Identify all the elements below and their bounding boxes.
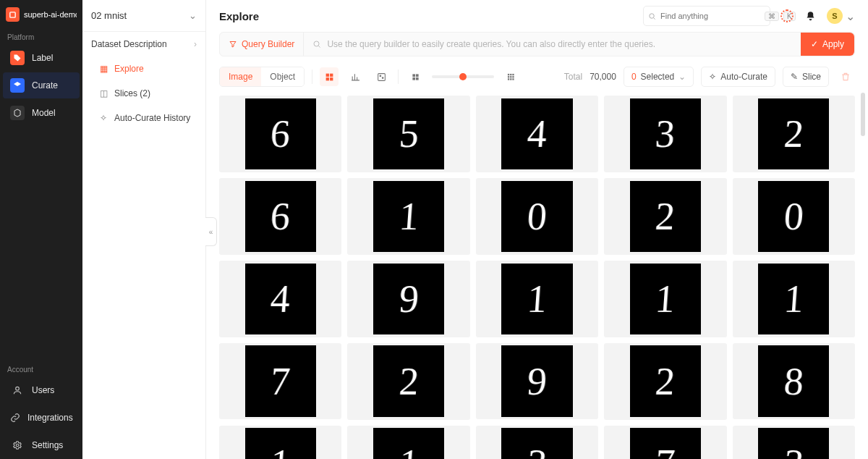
image-thumbnail[interactable]: 9 xyxy=(347,261,469,337)
layers-icon xyxy=(10,78,25,93)
image-thumbnail[interactable]: 4 xyxy=(219,261,341,337)
digit-glyph: 0 xyxy=(526,197,548,236)
svg-rect-20 xyxy=(510,76,511,77)
svg-rect-6 xyxy=(330,73,333,76)
subnav-explore[interactable]: ▦ Explore xyxy=(82,56,205,81)
separator xyxy=(398,70,399,84)
thumb-size-small-icon[interactable] xyxy=(406,67,425,86)
digit-glyph: 9 xyxy=(526,362,548,401)
selected-dropdown[interactable]: 0 Selected ⌄ xyxy=(624,67,694,87)
mnist-digit: 1 xyxy=(373,428,444,459)
image-thumbnail[interactable]: 7 xyxy=(219,343,341,420)
subnav-dataset-description[interactable]: Dataset Description › xyxy=(82,32,205,56)
mnist-digit: 3 xyxy=(501,428,572,459)
image-thumbnail[interactable]: 9 xyxy=(476,343,598,420)
link-icon xyxy=(10,410,20,425)
query-input-area[interactable]: Use the query builder to easily create q… xyxy=(304,39,801,49)
subnav-label: Auto-Curate History xyxy=(114,113,190,123)
svg-rect-18 xyxy=(512,73,514,75)
image-thumbnail[interactable]: 1 xyxy=(219,426,341,460)
image-thumbnail[interactable]: 3 xyxy=(604,96,726,172)
tab-object[interactable]: Object xyxy=(261,67,304,86)
subnav-label: Dataset Description xyxy=(91,39,167,49)
nav-item-curate[interactable]: Curate xyxy=(3,72,80,98)
subnav-label: Slices (2) xyxy=(114,88,150,98)
layout-grid-button[interactable] xyxy=(320,67,339,86)
slider-handle[interactable] xyxy=(459,73,467,80)
thumb-size-large-icon[interactable] xyxy=(501,67,520,86)
image-thumbnail[interactable]: 8 xyxy=(733,343,855,420)
image-thumbnail[interactable]: 2 xyxy=(604,178,726,255)
image-thumbnail[interactable]: 1 xyxy=(347,178,469,255)
query-builder-button[interactable]: Query Builder xyxy=(220,33,304,56)
image-thumbnail[interactable]: 4 xyxy=(476,96,598,172)
image-thumbnail[interactable]: 0 xyxy=(733,178,855,255)
image-thumbnail[interactable]: 2 xyxy=(604,343,726,420)
brand-block[interactable]: superb-ai-demo xyxy=(0,0,82,29)
chevron-down-icon: ⌄ xyxy=(678,72,686,82)
mnist-digit: 2 xyxy=(758,98,829,169)
image-grid-scroll[interactable]: 6543261020491117292811373 xyxy=(206,96,868,459)
sparkle-icon: ✧ xyxy=(709,72,716,82)
image-thumbnail[interactable]: 5 xyxy=(347,96,469,172)
nav-item-model[interactable]: Model xyxy=(3,100,80,126)
apply-button[interactable]: ✓ Apply xyxy=(801,33,854,56)
svg-point-2 xyxy=(16,444,19,447)
tab-image[interactable]: Image xyxy=(220,67,261,86)
nav-item-label-text: Integrations xyxy=(27,413,73,423)
global-search[interactable]: ⌘ K xyxy=(643,6,770,26)
image-thumbnail[interactable]: 3 xyxy=(476,426,598,460)
dataset-selector[interactable]: 02 mnist ⌄ xyxy=(82,0,205,32)
mnist-digit: 7 xyxy=(630,428,701,459)
svg-rect-16 xyxy=(507,73,509,75)
image-thumbnail[interactable]: 1 xyxy=(604,261,726,337)
svg-point-3 xyxy=(650,13,654,17)
slice-button[interactable]: ✎ Slice xyxy=(783,67,829,87)
digit-glyph: 8 xyxy=(783,362,805,401)
nav-item-integrations[interactable]: Integrations xyxy=(3,405,80,431)
image-thumbnail[interactable]: 7 xyxy=(604,426,726,460)
nav-section-account: Account xyxy=(0,361,82,376)
svg-rect-23 xyxy=(510,78,511,80)
digit-glyph: 2 xyxy=(398,362,420,401)
image-thumbnail[interactable]: 6 xyxy=(219,178,341,255)
image-thumbnail[interactable]: 1 xyxy=(347,426,469,460)
layout-chart-button[interactable] xyxy=(346,67,365,86)
subnav-slices[interactable]: ◫ Slices (2) xyxy=(82,81,205,106)
collapse-subnav-button[interactable]: « xyxy=(205,217,217,246)
mnist-digit: 2 xyxy=(630,345,701,416)
brand-text: superb-ai-demo xyxy=(24,10,77,19)
topbar: Explore ⌘ K S ⌄ xyxy=(206,0,868,32)
search-input[interactable] xyxy=(660,12,760,20)
nav-item-settings[interactable]: Settings xyxy=(3,432,80,458)
cube-icon xyxy=(10,106,25,120)
query-hint: Use the query builder to easily create q… xyxy=(327,39,655,49)
nav-item-label[interactable]: Label xyxy=(3,45,80,71)
image-thumbnail[interactable]: 1 xyxy=(733,261,855,337)
thumb-size-slider[interactable] xyxy=(432,75,494,78)
layout-scatter-button[interactable] xyxy=(372,67,391,86)
digit-glyph: 7 xyxy=(655,444,677,459)
delete-button[interactable] xyxy=(836,67,855,86)
auto-curate-button[interactable]: ✧ Auto-Curate xyxy=(701,67,775,87)
digit-glyph: 2 xyxy=(655,197,677,236)
svg-rect-7 xyxy=(326,77,328,80)
mnist-digit: 2 xyxy=(630,181,701,252)
image-thumbnail[interactable]: 6 xyxy=(219,96,341,172)
subnav-auto-curate-history[interactable]: ✧ Auto-Curate History xyxy=(82,106,205,130)
digit-glyph: 1 xyxy=(398,444,420,459)
nav-item-users[interactable]: Users xyxy=(3,377,80,403)
mnist-digit: 3 xyxy=(630,98,701,169)
image-thumbnail[interactable]: 0 xyxy=(476,178,598,255)
image-thumbnail[interactable]: 2 xyxy=(347,343,469,420)
separator xyxy=(312,70,312,84)
image-thumbnail[interactable]: 3 xyxy=(733,426,855,460)
mnist-digit: 5 xyxy=(373,98,444,169)
image-thumbnail[interactable]: 2 xyxy=(733,96,855,172)
digit-glyph: 2 xyxy=(655,362,677,401)
notifications-button[interactable] xyxy=(804,9,817,22)
scrollbar[interactable] xyxy=(861,93,865,136)
image-thumbnail[interactable]: 1 xyxy=(476,261,598,337)
account-menu[interactable]: S ⌄ xyxy=(827,8,855,24)
svg-rect-17 xyxy=(510,73,511,75)
